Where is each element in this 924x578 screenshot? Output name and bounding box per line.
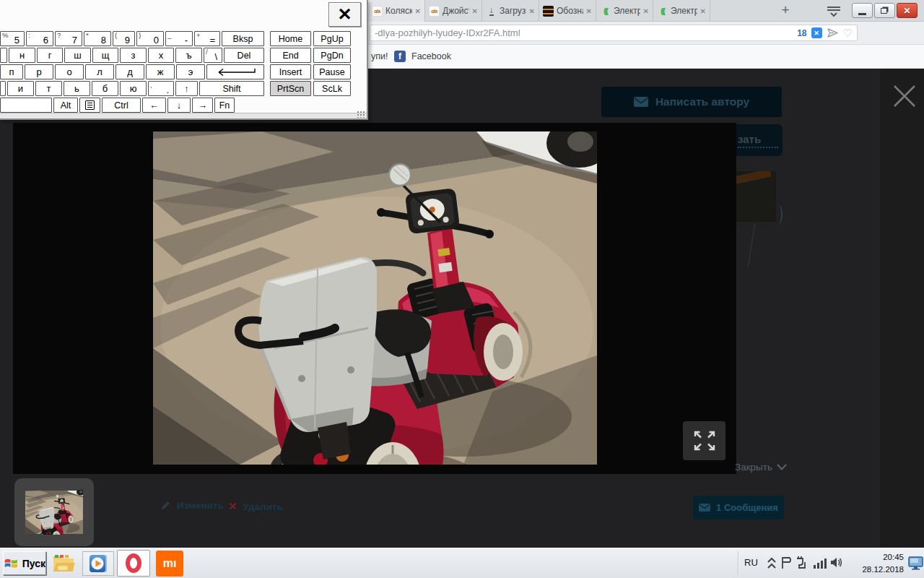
bookmark-item[interactable]: упи!: [371, 51, 388, 61]
keyboard-key[interactable]: т: [35, 81, 62, 96]
keyboard-key[interactable]: [0, 81, 6, 96]
show-desktop-icon[interactable]: [908, 556, 923, 570]
keyboard-key[interactable]: →: [192, 98, 213, 113]
xiaomi-button[interactable]: mı: [156, 551, 183, 577]
keyboard-key[interactable]: п: [0, 64, 23, 79]
keyboard-key[interactable]: з: [120, 48, 147, 63]
close-button[interactable]: [897, 3, 918, 18]
language-indicator[interactable]: RU: [744, 557, 758, 568]
keyboard-key[interactable]: [0, 98, 52, 113]
keyboard-key[interactable]: э: [176, 64, 205, 79]
clock[interactable]: 20:45 28.12.2018: [850, 551, 904, 575]
keyboard-key[interactable]: :6: [26, 31, 53, 46]
keyboard-key[interactable]: [0, 48, 7, 63]
keyboard-key[interactable]: Fn: [214, 98, 235, 113]
tab-close-icon[interactable]: [643, 7, 649, 15]
tab-close-icon[interactable]: [586, 7, 592, 15]
keyboard-key[interactable]: д: [116, 64, 144, 79]
keyboard-key[interactable]: ?7: [55, 31, 82, 46]
tab-close-icon[interactable]: [700, 7, 706, 15]
opera-browser-button[interactable]: [117, 550, 150, 577]
keyboard-key[interactable]: и: [7, 81, 34, 96]
browser-tab[interactable]: Обознач: [539, 0, 596, 22]
new-tab-button[interactable]: +: [777, 1, 794, 19]
keyboard-key[interactable]: ю: [120, 81, 147, 96]
file-explorer-button[interactable]: [48, 551, 79, 576]
keyboard-key[interactable]: ↓: [167, 98, 191, 113]
keyboard-key[interactable]: ш: [64, 48, 91, 63]
browser-tab[interactable]: Коляска: [368, 0, 425, 22]
product-photo[interactable]: [153, 131, 597, 465]
bookmark-heart-icon[interactable]: [843, 27, 853, 38]
keyboard-key[interactable]: ↑: [175, 81, 198, 96]
keyboard-key[interactable]: PgDn: [313, 48, 351, 63]
messages-button[interactable]: 1 Сообщения: [693, 496, 784, 519]
keyboard-key[interactable]: ScLk: [313, 81, 351, 96]
restore-button[interactable]: [874, 3, 895, 18]
keyboard-key[interactable]: )0: [136, 31, 164, 46]
bookmark-item-facebook[interactable]: Facebook: [411, 51, 451, 61]
start-button[interactable]: Пуск: [3, 551, 46, 575]
keyboard-key[interactable]: б: [92, 81, 118, 96]
tab-close-icon[interactable]: [415, 7, 421, 15]
keyboard-key[interactable]: Home: [270, 31, 311, 46]
edit-button[interactable]: Изменить: [160, 500, 224, 511]
keyboard-key[interactable]: End: [270, 48, 311, 63]
keyboard-key[interactable]: ъ: [175, 48, 202, 63]
keyboard-key[interactable]: г: [37, 48, 63, 63]
keyboard-key[interactable]: Shift: [199, 81, 264, 96]
action-center-flag-icon[interactable]: [780, 556, 793, 569]
keyboard-key[interactable]: ←: [142, 98, 166, 113]
tab-close-icon[interactable]: [529, 7, 535, 15]
keyboard-key[interactable]: л: [85, 64, 114, 79]
tray-expand-icon[interactable]: [767, 556, 777, 570]
resize-grip[interactable]: [357, 111, 365, 118]
keyboard-key[interactable]: х: [148, 48, 174, 63]
partially-hidden-button[interactable]: зать: [736, 124, 783, 156]
keyboard-key[interactable]: _-: [165, 31, 193, 46]
browser-tab[interactable]: Джойсти: [425, 0, 482, 22]
keyboard-key[interactable]: PgUp: [313, 31, 351, 46]
browser-tab[interactable]: Загрузк: [482, 0, 539, 22]
keyboard-key[interactable]: [79, 98, 100, 113]
network-signal-icon[interactable]: [814, 558, 827, 569]
keyboard-key[interactable]: н: [9, 48, 35, 63]
keyboard-key[interactable]: [206, 64, 264, 79]
share-icon[interactable]: [827, 27, 839, 38]
keyboard-key[interactable]: щ: [92, 48, 118, 63]
speaker-icon[interactable]: [830, 556, 843, 569]
keyboard-key[interactable]: (9: [113, 31, 135, 46]
keyboard-key[interactable]: *8: [84, 31, 111, 46]
tab-menu-icon[interactable]: [825, 5, 842, 17]
keyboard-key[interactable]: р: [25, 64, 53, 79]
keyboard-close-button[interactable]: [328, 2, 361, 27]
lightbox-close-icon[interactable]: [891, 82, 918, 110]
keyboard-key[interactable]: ,.: [148, 81, 174, 96]
keyboard-key[interactable]: %5: [0, 31, 25, 46]
keyboard-key[interactable]: ь: [64, 81, 90, 96]
keyboard-key[interactable]: ж: [146, 64, 175, 79]
keyboard-key[interactable]: Insert: [270, 64, 311, 79]
keyboard-key[interactable]: Ctrl: [102, 98, 141, 113]
minimize-button[interactable]: [852, 3, 873, 18]
blocker-badge-icon[interactable]: [811, 27, 822, 38]
keyboard-key[interactable]: PrtScn: [270, 81, 311, 96]
media-player-button[interactable]: [82, 551, 114, 576]
keyboard-key[interactable]: Pause: [313, 64, 351, 79]
browser-tab[interactable]: Электро: [653, 0, 710, 22]
delete-button[interactable]: Удалить: [228, 500, 283, 513]
keyboard-key[interactable]: +=: [194, 31, 220, 46]
power-plug-icon[interactable]: [795, 556, 808, 569]
url-field[interactable]: -dlya-pozhilyh-lyudey-IDxr2FA.html 18: [370, 25, 858, 41]
gallery-close-link[interactable]: Закрыть: [735, 462, 787, 473]
keyboard-key[interactable]: Del: [224, 48, 264, 63]
write-author-button[interactable]: Написать автору: [601, 87, 782, 117]
fullscreen-button[interactable]: [683, 421, 725, 460]
keyboard-key[interactable]: о: [55, 64, 84, 79]
keyboard-key[interactable]: Bksp: [222, 31, 264, 46]
tab-close-icon[interactable]: [472, 7, 478, 15]
keyboard-key[interactable]: Alt: [53, 98, 78, 113]
photo-thumbnail[interactable]: [14, 478, 94, 546]
browser-tab[interactable]: Электро: [596, 0, 653, 22]
keyboard-key[interactable]: /\: [204, 48, 222, 63]
